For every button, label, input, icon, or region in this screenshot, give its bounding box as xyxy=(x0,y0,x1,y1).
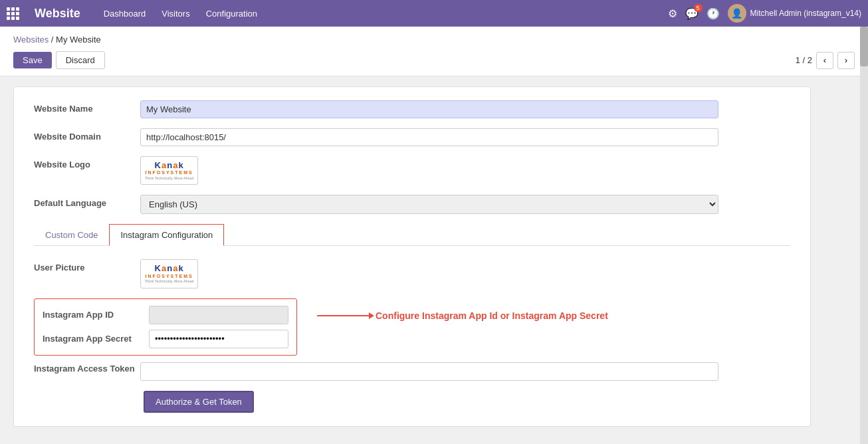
website-name-input[interactable] xyxy=(140,100,718,118)
prev-button[interactable]: ‹ xyxy=(816,52,833,69)
authorize-button[interactable]: Authorize & Get Token xyxy=(144,391,254,413)
website-logo-group: Website Logo Kanak INFOSYSTEMS Think Tec… xyxy=(34,156,790,185)
app-title: Website xyxy=(35,7,80,21)
chat-icon[interactable]: 💬 5 xyxy=(685,7,699,20)
website-name-label: Website Name xyxy=(34,100,140,114)
app-id-input[interactable] xyxy=(149,306,288,324)
app-id-row: Instagram App ID xyxy=(43,306,288,324)
tab-custom-code[interactable]: Custom Code xyxy=(34,224,109,246)
default-language-group: Default Language English (US) xyxy=(34,195,790,214)
user-name: Mitchell Admin (instagram_v14) xyxy=(750,9,861,18)
user-info[interactable]: 👤 Mitchell Admin (instagram_v14) xyxy=(728,4,861,23)
tabs: Custom Code Instagram Configuration xyxy=(34,224,790,246)
navbar-right: ⚙ 💬 5 🕐 👤 Mitchell Admin (instagram_v14) xyxy=(668,4,861,23)
nav-dashboard[interactable]: Dashboard xyxy=(97,5,153,22)
next-button[interactable]: › xyxy=(837,52,855,69)
scrollbar-thumb[interactable] xyxy=(860,27,868,66)
access-token-label: Instagram Access Token xyxy=(34,362,140,374)
main-content: Website Name Website Domain Website Logo… xyxy=(0,76,868,437)
breadcrumb: Websites / My Website xyxy=(13,35,855,45)
website-domain-group: Website Domain xyxy=(34,128,790,146)
user-picture-logo: Kanak INFOSYSTEMS Think Technically, Mov… xyxy=(145,264,193,283)
nav-configuration[interactable]: Configuration xyxy=(199,5,264,22)
clock-icon[interactable]: 🕐 xyxy=(706,7,720,20)
breadcrumb-current: My Website xyxy=(56,35,101,45)
pagination: 1 / 2 ‹ › xyxy=(796,52,855,69)
logo-upload-area[interactable]: Kanak INFOSYSTEMS Think Technically, Mov… xyxy=(140,156,198,185)
puzzle-icon[interactable]: ⚙ xyxy=(668,7,677,20)
navbar: Website Dashboard Visitors Configuration… xyxy=(0,0,868,27)
annotation: Configure Instagram App Id or Instagram … xyxy=(317,310,608,321)
nav-visitors[interactable]: Visitors xyxy=(155,5,196,22)
kanak-logo: Kanak INFOSYSTEMS Think Technically, Mov… xyxy=(145,161,193,180)
app-secret-label: Instagram App Secret xyxy=(43,334,149,344)
arrow-line xyxy=(317,315,370,316)
tab-instagram-config[interactable]: Instagram Configuration xyxy=(109,224,224,246)
breadcrumb-bar: Websites / My Website Save Discard 1 / 2… xyxy=(0,27,868,76)
discard-button[interactable]: Discard xyxy=(56,51,105,69)
main-nav: Dashboard Visitors Configuration xyxy=(97,5,264,22)
toolbar: Save Discard 1 / 2 ‹ › xyxy=(13,51,855,76)
app-secret-input[interactable] xyxy=(149,330,288,348)
website-name-group: Website Name xyxy=(34,100,790,118)
instagram-credentials-row: Instagram App ID Instagram App Secret Co… xyxy=(34,298,790,356)
access-token-row: Instagram Access Token xyxy=(34,362,790,381)
scrollbar[interactable] xyxy=(860,27,868,437)
default-language-label: Default Language xyxy=(34,195,140,208)
breadcrumb-parent[interactable]: Websites xyxy=(13,35,49,45)
apps-icon[interactable] xyxy=(7,7,19,20)
credentials-highlight-box: Instagram App ID Instagram App Secret xyxy=(34,298,297,356)
form-card: Website Name Website Domain Website Logo… xyxy=(13,86,811,427)
save-button[interactable]: Save xyxy=(13,52,52,68)
access-token-input[interactable] xyxy=(140,362,718,381)
authorize-row: Authorize & Get Token xyxy=(34,388,790,413)
pagination-text: 1 / 2 xyxy=(796,55,812,65)
user-picture-label: User Picture xyxy=(34,259,140,273)
avatar: 👤 xyxy=(728,4,746,23)
notification-badge: 5 xyxy=(694,4,703,12)
instagram-section: User Picture Kanak INFOSYSTEMS Think Tec… xyxy=(34,259,790,412)
annotation-text: Configure Instagram App Id or Instagram … xyxy=(376,310,608,321)
user-picture-upload[interactable]: Kanak INFOSYSTEMS Think Technically, Mov… xyxy=(140,259,198,288)
app-id-label: Instagram App ID xyxy=(43,310,149,320)
website-domain-label: Website Domain xyxy=(34,128,140,142)
app-secret-row: Instagram App Secret xyxy=(43,330,288,348)
user-picture-group: User Picture Kanak INFOSYSTEMS Think Tec… xyxy=(34,259,790,288)
default-language-select[interactable]: English (US) xyxy=(140,195,718,214)
website-logo-label: Website Logo xyxy=(34,156,140,169)
website-domain-input[interactable] xyxy=(140,128,718,146)
